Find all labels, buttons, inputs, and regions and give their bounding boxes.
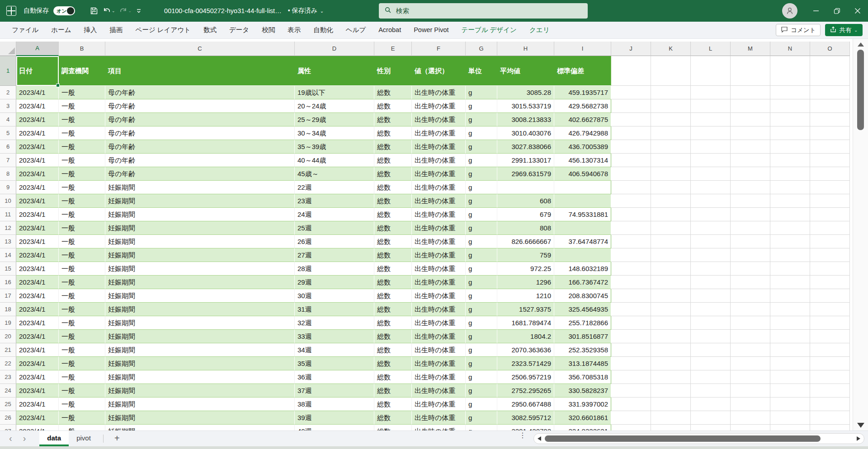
cell[interactable] [810,140,850,154]
row-header[interactable]: 9 [0,181,16,194]
cell[interactable] [611,330,651,343]
cell[interactable] [651,276,691,289]
undo-dropdown-icon[interactable]: ⌄ [112,9,115,13]
cell[interactable] [770,248,810,262]
row-header[interactable]: 14 [0,248,16,262]
cell[interactable]: 総数 [374,126,412,140]
cell[interactable] [810,384,850,398]
cell[interactable] [731,235,770,248]
cell[interactable] [554,181,611,194]
cell[interactable]: 37.64748774 [554,235,611,248]
row-header[interactable]: 20 [0,330,16,343]
cell[interactable] [810,126,850,140]
row-header[interactable]: 8 [0,167,16,181]
cell[interactable]: 一般 [59,316,105,330]
cell[interactable]: 総数 [374,289,412,303]
row-header[interactable]: 4 [0,113,16,126]
sheet-tab-data[interactable]: data [39,431,69,446]
cell[interactable]: 459.1935717 [554,86,611,99]
cell[interactable]: 一般 [59,289,105,303]
cell[interactable] [691,56,731,86]
cell[interactable]: 一般 [59,357,105,370]
column-header[interactable]: M [731,42,770,56]
cell[interactable]: 3201.420702 [497,425,554,430]
cell[interactable] [731,56,770,86]
cell[interactable]: 出生時の体重 [412,221,466,235]
cell[interactable]: 一般 [59,181,105,194]
cell[interactable]: 2023/4/1 [16,411,59,425]
cell[interactable]: 2023/4/1 [16,248,59,262]
cell[interactable] [611,357,651,370]
cell[interactable]: 出生時の体重 [412,316,466,330]
cell[interactable] [651,425,691,430]
cell[interactable] [611,235,651,248]
cell[interactable] [691,113,731,126]
save-icon[interactable] [89,5,99,16]
ribbon-tab[interactable]: ホーム [45,22,77,38]
cell[interactable] [651,194,691,208]
redo-dropdown-icon[interactable]: ⌄ [128,9,132,13]
cell[interactable] [611,181,651,194]
cell[interactable]: 総数 [374,208,412,221]
prev-sheet-icon[interactable]: ‹ [4,431,18,446]
cell[interactable] [691,99,731,113]
cell[interactable] [611,248,651,262]
column-header[interactable]: G [466,42,497,56]
cell[interactable] [611,262,651,276]
cell[interactable]: 妊娠期間 [105,262,295,276]
cell[interactable]: 総数 [374,343,412,357]
cell[interactable]: 2023/4/1 [16,181,59,194]
cell[interactable]: 30～34歳 [295,126,374,140]
cell[interactable] [731,99,770,113]
cell[interactable] [611,99,651,113]
cell[interactable] [810,99,850,113]
cell[interactable]: 総数 [374,316,412,330]
cell[interactable] [810,411,850,425]
column-header[interactable]: J [611,42,651,56]
column-header[interactable]: N [770,42,810,56]
cell[interactable] [691,262,731,276]
cell[interactable]: 39週 [295,411,374,425]
cell[interactable]: 妊娠期間 [105,194,295,208]
cell[interactable]: 一般 [59,235,105,248]
cell[interactable]: 一般 [59,370,105,384]
row-header[interactable]: 19 [0,316,16,330]
cell[interactable]: 2023/4/1 [16,140,59,154]
column-header[interactable]: A [16,42,59,56]
cell[interactable] [731,425,770,430]
cell[interactable]: 出生時の体重 [412,425,466,430]
cell[interactable]: 28週 [295,262,374,276]
cell[interactable] [691,289,731,303]
splitter-handle-icon[interactable]: ⋮ [519,434,526,437]
cell[interactable]: 25～29歳 [295,113,374,126]
cell[interactable] [810,276,850,289]
cell[interactable]: 2023/4/1 [16,86,59,99]
cell[interactable]: 一般 [59,221,105,235]
cell[interactable] [770,425,810,430]
cell[interactable]: 2752.295265 [497,384,554,398]
cell[interactable] [770,316,810,330]
cell[interactable]: 出生時の体重 [412,262,466,276]
row-header[interactable]: 6 [0,140,16,154]
cell[interactable]: 22週 [295,181,374,194]
cell[interactable]: 総数 [374,357,412,370]
cell[interactable]: 429.5682738 [554,99,611,113]
cell[interactable]: 一般 [59,276,105,289]
cell[interactable]: 総数 [374,167,412,181]
close-button[interactable] [847,0,868,22]
cell[interactable]: 総数 [374,181,412,194]
cell[interactable]: 一般 [59,425,105,430]
row-header[interactable]: 13 [0,235,16,248]
row-header[interactable]: 3 [0,99,16,113]
row-header[interactable]: 23 [0,370,16,384]
autosave-toggle[interactable]: オン [53,6,75,15]
cell[interactable]: g [466,140,497,154]
cell[interactable]: g [466,167,497,181]
header-cell[interactable]: 調査機関 [59,56,105,86]
cell[interactable]: 3008.213833 [497,113,554,126]
cell[interactable]: 27週 [295,248,374,262]
cell[interactable]: 総数 [374,303,412,316]
cell[interactable]: 一般 [59,248,105,262]
cell[interactable] [810,86,850,99]
cell[interactable]: 出生時の体重 [412,140,466,154]
